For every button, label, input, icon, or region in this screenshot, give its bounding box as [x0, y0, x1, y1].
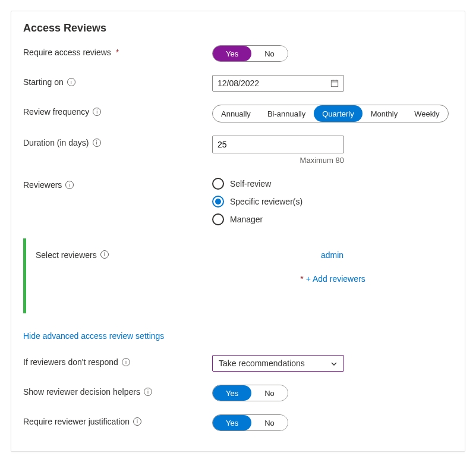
- required-star: *: [300, 274, 303, 284]
- label-text: Require reviewer justification: [23, 417, 130, 426]
- row-require-access-reviews: Require access reviews * Yes No: [23, 45, 453, 62]
- svg-rect-0: [331, 80, 338, 87]
- toggle-advanced-settings-link[interactable]: Hide advanced access review settings: [23, 331, 164, 341]
- require-justification-toggle[interactable]: Yes No: [212, 414, 288, 431]
- add-reviewers-link[interactable]: + Add reviewers: [306, 274, 365, 284]
- if-no-respond-dropdown[interactable]: Take recommendations: [212, 355, 344, 372]
- reviewer-manager[interactable]: Manager: [212, 213, 302, 225]
- label-text: Duration (in days): [23, 138, 89, 147]
- select-reviewers-label: Select reviewers i: [36, 250, 212, 284]
- info-icon[interactable]: i: [133, 417, 141, 426]
- info-icon[interactable]: i: [100, 250, 109, 259]
- radio-label: Self-review: [230, 179, 271, 188]
- if-no-respond-label: If reviewers don't respond i: [23, 355, 212, 367]
- info-icon[interactable]: i: [65, 181, 74, 189]
- label-text: Review frequency: [23, 107, 89, 117]
- starting-on-label: Starting on i: [23, 75, 212, 87]
- starting-on-value: 12/08/2022: [217, 78, 259, 88]
- starting-on-input[interactable]: 12/08/2022: [212, 75, 344, 92]
- chevron-down-icon: [330, 360, 338, 367]
- radio-label: Manager: [230, 215, 263, 224]
- row-review-frequency: Review frequency i Annually Bi-annually …: [23, 105, 453, 122]
- decision-helpers-label: Show reviewer decision helpers i: [23, 385, 212, 397]
- info-icon[interactable]: i: [93, 108, 101, 116]
- decision-helpers-no[interactable]: No: [251, 385, 288, 401]
- label-text: Starting on: [23, 77, 64, 87]
- row-if-no-respond: If reviewers don't respond i Take recomm…: [23, 355, 453, 372]
- info-icon[interactable]: i: [144, 388, 152, 396]
- freq-quarterly[interactable]: Quarterly: [314, 105, 362, 122]
- reviewer-chip-admin[interactable]: admin: [321, 250, 343, 260]
- duration-hint: Maximum 80: [212, 156, 344, 165]
- review-frequency-label: Review frequency i: [23, 105, 212, 117]
- info-icon[interactable]: i: [122, 358, 130, 366]
- label-text: If reviewers don't respond: [23, 357, 118, 367]
- duration-label: Duration (in days) i: [23, 136, 212, 147]
- freq-weekly[interactable]: Weekly: [406, 105, 447, 122]
- freq-monthly[interactable]: Monthly: [362, 105, 406, 122]
- label-text: Show reviewer decision helpers: [23, 387, 140, 397]
- required-star: *: [116, 48, 119, 57]
- info-icon[interactable]: i: [93, 139, 101, 147]
- reviewer-specific[interactable]: Specific reviewer(s): [212, 196, 302, 208]
- radio-icon: [212, 178, 224, 190]
- require-justification-yes[interactable]: Yes: [213, 415, 251, 430]
- require-access-reviews-yes[interactable]: Yes: [213, 46, 251, 61]
- select-reviewers-block: Select reviewers i admin * + Add reviewe…: [23, 238, 453, 313]
- label-text: Select reviewers: [36, 250, 97, 260]
- dropdown-value: Take recommendations: [219, 359, 305, 368]
- row-starting-on: Starting on i 12/08/2022: [23, 75, 453, 92]
- decision-helpers-yes[interactable]: Yes: [213, 385, 251, 401]
- row-require-justification: Require reviewer justification i Yes No: [23, 414, 453, 431]
- page-title: Access Reviews: [23, 22, 453, 34]
- row-reviewers: Reviewers i Self-review Specific reviewe…: [23, 178, 453, 225]
- access-reviews-panel: Access Reviews Require access reviews * …: [11, 11, 465, 452]
- require-access-reviews-no[interactable]: No: [251, 46, 288, 61]
- row-duration: Duration (in days) i Maximum 80: [23, 136, 453, 165]
- row-decision-helpers: Show reviewer decision helpers i Yes No: [23, 385, 453, 401]
- radio-icon: [212, 196, 224, 208]
- decision-helpers-toggle[interactable]: Yes No: [212, 385, 288, 401]
- reviewers-label: Reviewers i: [23, 178, 212, 190]
- radio-icon: [212, 213, 224, 225]
- duration-input[interactable]: [212, 136, 344, 153]
- review-frequency-segmented[interactable]: Annually Bi-annually Quarterly Monthly W…: [212, 105, 449, 122]
- radio-label: Specific reviewer(s): [230, 197, 302, 206]
- require-justification-label: Require reviewer justification i: [23, 414, 212, 426]
- freq-bi-annually[interactable]: Bi-annually: [259, 105, 314, 122]
- require-justification-no[interactable]: No: [251, 415, 288, 430]
- calendar-icon: [330, 79, 339, 87]
- info-icon[interactable]: i: [67, 78, 75, 86]
- label-text: Reviewers: [23, 180, 62, 190]
- require-access-reviews-toggle[interactable]: Yes No: [212, 45, 288, 62]
- freq-annually[interactable]: Annually: [213, 105, 259, 122]
- require-access-reviews-label: Require access reviews *: [23, 45, 212, 57]
- label-text: Require access reviews: [23, 48, 111, 57]
- reviewers-radio-group: Self-review Specific reviewer(s) Manager: [212, 178, 302, 225]
- reviewer-self-review[interactable]: Self-review: [212, 178, 302, 190]
